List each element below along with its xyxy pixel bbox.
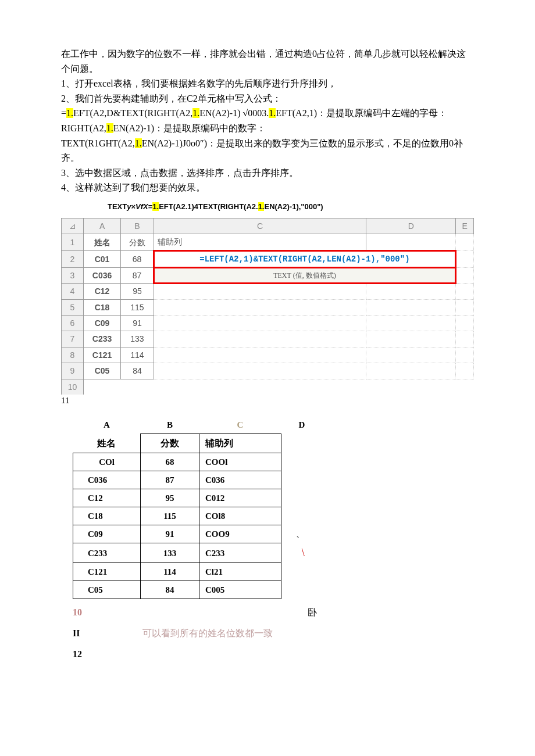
foot-note: 可以看到所有的姓名位数都一致 [142, 628, 273, 638]
t2-r8-c: C005 [199, 581, 281, 599]
slash-icon: \ [281, 543, 311, 563]
col-d-header: D [366, 218, 456, 234]
r6-a: C09 [84, 316, 121, 331]
t2-r1-a: COl [73, 453, 141, 471]
excel-screenshot-1: ⊿ A B C D E 1 姓名 分数 辅助列 2 C01 68 =LEFT(A… [61, 218, 474, 395]
paragraph-6: 3、选中数据区域，点击数据，选择排序，点击升序排序。 [61, 166, 474, 181]
tooltip-cell: TEXT (值, 数值格式) [154, 267, 455, 283]
t2-r6-c: C233 [199, 543, 281, 563]
p5-b: 1. [135, 138, 142, 148]
t2-h3: 辅助列 [199, 434, 281, 453]
p4-a: = [61, 108, 66, 118]
h-score: 分数 [121, 234, 154, 250]
row-4-num: 4 [62, 284, 84, 299]
r5-a: C18 [84, 299, 121, 315]
col-c-header: C [154, 218, 366, 234]
foot-ii: II [73, 628, 80, 638]
paragraph-5: TEXT(R1GHT(A2,1.EN(A2)-1)J0o0″)：是提取出来的数字… [61, 136, 474, 166]
col-a-header: A [84, 218, 121, 234]
col-b-header: B [121, 218, 154, 234]
paragraph-1: 在工作中，因为数字的位数不一样，排序就会出错，通过构造0占位符，简单几步就可以轻… [61, 46, 474, 76]
row-6-num: 6 [62, 316, 84, 331]
r9-b: 84 [121, 363, 154, 379]
t2-r3-a: C12 [73, 489, 141, 507]
t2-r4-c: COl8 [199, 507, 281, 525]
r4-b: 95 [121, 284, 154, 299]
r4-a: C12 [84, 284, 121, 299]
formula-cell: =LEFT(A2,1)&TEXT(RIGHT(A2,LEN(A2)-1),"00… [154, 250, 455, 267]
t2-r6-b: 133 [141, 543, 199, 563]
col-e-header: E [456, 218, 474, 234]
ft-one2: 1. [258, 202, 265, 211]
t2-r2-b: 87 [141, 471, 199, 489]
t2-r2-c: C036 [199, 471, 281, 489]
p4-b: 1. [66, 108, 73, 118]
p4-f: 1. [269, 108, 276, 118]
ft-mid2: EN(A2)-1),"000") [264, 202, 323, 211]
r2-a: C01 [84, 250, 121, 267]
r3-b: 87 [121, 267, 154, 283]
p4-c: EFT(A2,D&TEXT(RIGHT(A2, [73, 108, 192, 118]
t2-r1-b: 68 [141, 453, 199, 471]
paragraph-7: 4、这样就达到了我们想要的效果。 [61, 180, 474, 195]
t2-r1-c: COOl [199, 453, 281, 471]
footer-row-10: 10 卧 [73, 605, 474, 620]
r5-b: 115 [121, 299, 154, 315]
p4-e: EN(A2)-1) √0003. [199, 108, 269, 118]
t2-r7-a: C121 [73, 563, 141, 581]
foot-wo: 卧 [308, 607, 317, 617]
footer-row-12: 12 [73, 647, 474, 662]
t2-r5-a: C09 [73, 525, 141, 543]
row-9-num: 9 [62, 363, 84, 379]
footer-row-ii: II 可以看到所有的姓名位数都一致 [73, 626, 474, 641]
t2-col-a: A [73, 416, 141, 434]
row-3-num: 3 [62, 267, 84, 283]
r8-b: 114 [121, 347, 154, 363]
t2-r8-b: 84 [141, 581, 199, 599]
t2-r7-c: Cl21 [199, 563, 281, 581]
t2-r5-b: 91 [141, 525, 199, 543]
t2-r7-b: 114 [141, 563, 199, 581]
row-2-num: 2 [62, 250, 84, 267]
t2-r4-a: C18 [73, 507, 141, 525]
p4-d: 1. [192, 108, 199, 118]
ft-left: TEXT [108, 202, 127, 211]
t2-r3-c: C012 [199, 489, 281, 507]
eleven-label: 11 [61, 393, 474, 407]
r2-b: 68 [121, 250, 154, 267]
r7-a: C233 [84, 331, 121, 347]
r3-a: C036 [84, 267, 121, 283]
t2-h1: 姓名 [73, 434, 141, 453]
p5-a: TEXT(R1GHT(A2, [61, 138, 135, 148]
t2-col-c: C [199, 416, 281, 434]
t2-r8-a: C05 [73, 581, 141, 599]
ft-x: × [131, 202, 135, 211]
t2-r3-b: 95 [141, 489, 199, 507]
r6-b: 91 [121, 316, 154, 331]
t2-col-d: D [281, 416, 311, 434]
row-1-num: 1 [62, 234, 84, 250]
t2-h2: 分数 [141, 434, 199, 453]
formula-ref-line: TEXTy×VfX=1.EFT(A2.1)4TEXT(RIGHT(A2.1.EN… [108, 201, 474, 213]
h-helper: 辅助列 [154, 234, 366, 250]
paragraph-3: 2、我们首先要构建辅助列，在C2单元格中写入公式： [61, 91, 474, 106]
t2-col-b: B [141, 416, 199, 434]
ft-vfx: VfX [135, 202, 148, 211]
ft-mid1: EFT(A2.1)4TEXT(RIGHT(A2. [159, 202, 258, 211]
t2-r4-b: 115 [141, 507, 199, 525]
corner-cell: ⊿ [62, 218, 84, 234]
result-table: A B C D 姓名 分数 辅助列 COl 68 COOl C036 87 C0… [73, 416, 311, 599]
r9-a: C05 [84, 363, 121, 379]
row-10-num: 10 [62, 379, 84, 395]
p4-h: 1. [106, 123, 113, 133]
row-5-num: 5 [62, 299, 84, 315]
paragraph-4: =1.EFT(A2,D&TEXT(RIGHT(A2,1.EN(A2)-1) √0… [61, 106, 474, 135]
foot-10: 10 [73, 607, 82, 617]
row-7-num: 7 [62, 331, 84, 347]
t2-r2-a: C036 [73, 471, 141, 489]
ft-one: 1. [152, 202, 159, 211]
p4-i: EN(A2)-1)：是提取原编码中的数字： [113, 123, 266, 133]
t2-r5-c: COO9 [199, 525, 281, 543]
h-name: 姓名 [84, 234, 121, 250]
t2-r6-a: C233 [73, 543, 141, 563]
